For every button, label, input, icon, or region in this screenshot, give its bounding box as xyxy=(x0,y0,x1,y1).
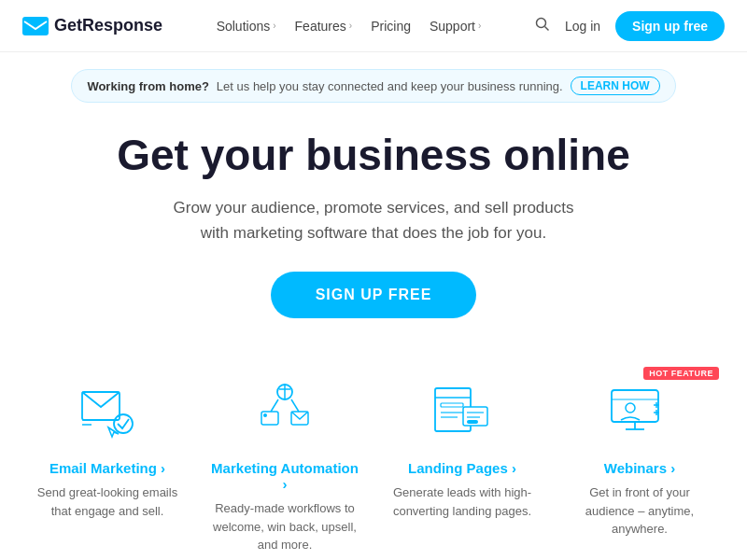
marketing-automation-icon xyxy=(211,374,359,449)
svg-marker-7 xyxy=(108,427,119,437)
brand-name: GetResponse xyxy=(54,16,162,35)
landing-pages-desc: Generate leads with high-converting land… xyxy=(388,483,536,520)
webinars-title[interactable]: Webinars › xyxy=(566,460,713,476)
webinars-icon xyxy=(566,374,713,449)
email-marketing-desc: Send great-looking emails that engage an… xyxy=(34,483,181,520)
email-marketing-icon xyxy=(34,374,181,449)
svg-rect-24 xyxy=(467,420,478,424)
feature-email-marketing: Email Marketing › Send great-looking ema… xyxy=(19,374,196,554)
svg-point-1 xyxy=(536,18,545,27)
chevron-icon: › xyxy=(478,21,481,31)
svg-line-11 xyxy=(271,399,278,412)
nav-support[interactable]: Support › xyxy=(430,19,481,34)
svg-rect-18 xyxy=(441,403,463,407)
svg-point-6 xyxy=(114,414,133,433)
navbar: GetResponse Solutions › Features › Prici… xyxy=(0,0,747,52)
feature-marketing-automation: Marketing Automation › Ready-made workfl… xyxy=(196,374,374,554)
hero-cta-button[interactable]: SIGN UP FREE xyxy=(271,272,477,318)
svg-point-27 xyxy=(626,403,635,413)
nav-solutions[interactable]: Solutions › xyxy=(217,19,276,34)
nav-actions: Log in Sign up free xyxy=(535,11,725,41)
banner-cta[interactable]: LEARN HOW xyxy=(571,77,660,95)
login-link[interactable]: Log in xyxy=(565,19,600,34)
feature-webinars: HOT FEATURE Webinars › Get in fro xyxy=(551,374,728,554)
signup-button[interactable]: Sign up free xyxy=(615,11,725,41)
nav-pricing[interactable]: Pricing xyxy=(371,19,411,34)
nav-features[interactable]: Features › xyxy=(295,19,353,34)
banner-title: Working from home? xyxy=(87,79,208,93)
nav-links: Solutions › Features › Pricing Support › xyxy=(217,19,482,34)
svg-point-14 xyxy=(263,413,267,417)
hot-feature-badge: HOT FEATURE xyxy=(643,367,719,380)
hero-subtitle: Grow your audience, promote services, an… xyxy=(173,195,574,245)
banner-text: Let us help you stay connected and keep … xyxy=(217,79,563,93)
logo[interactable]: GetResponse xyxy=(22,16,162,35)
feature-landing-pages: Landing Pages › Generate leads with high… xyxy=(374,374,551,554)
landing-pages-icon xyxy=(388,374,536,449)
landing-pages-title[interactable]: Landing Pages › xyxy=(388,460,536,476)
chevron-icon: › xyxy=(349,21,352,31)
email-marketing-title[interactable]: Email Marketing › xyxy=(34,460,181,476)
svg-rect-13 xyxy=(261,412,278,425)
announcement-banner-wrap: Working from home? Let us help you stay … xyxy=(0,52,747,103)
chevron-icon: › xyxy=(273,21,275,31)
announcement-banner: Working from home? Let us help you stay … xyxy=(71,69,675,103)
logo-icon xyxy=(22,17,49,35)
webinars-desc: Get in front of your audience – anytime,… xyxy=(566,483,713,539)
hero-title: Get your business online xyxy=(19,131,728,180)
hero-section: Get your business online Grow your audie… xyxy=(0,103,747,337)
svg-rect-0 xyxy=(22,17,49,35)
features-section: Email Marketing › Send great-looking ema… xyxy=(0,337,747,560)
marketing-automation-title[interactable]: Marketing Automation › xyxy=(211,460,359,492)
search-button[interactable] xyxy=(535,17,550,35)
search-icon xyxy=(535,17,550,32)
svg-line-2 xyxy=(544,26,548,30)
marketing-automation-desc: Ready-made workflows to welcome, win bac… xyxy=(211,499,359,554)
svg-line-12 xyxy=(291,399,299,412)
